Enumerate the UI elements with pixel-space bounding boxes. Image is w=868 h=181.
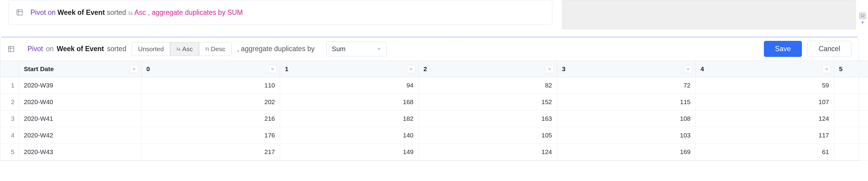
row-label-cell[interactable]: 2020-W41 (19, 110, 142, 127)
row-number: 3 (0, 110, 19, 127)
svg-rect-12 (205, 48, 207, 48)
editor-pivot: Pivot (28, 45, 43, 53)
data-table: Start Date01234512020-W39110948272592202… (0, 60, 859, 160)
column-header-label: 5 (839, 66, 843, 73)
summary-agg-phrase: , aggregate duplicates by (148, 8, 225, 16)
data-cell[interactable]: 105 (418, 127, 557, 144)
summary-agg-value: SUM (227, 8, 243, 16)
svg-rect-5 (129, 14, 131, 15)
data-cell[interactable]: 217 (142, 144, 280, 160)
column-header-label: 3 (562, 66, 566, 73)
svg-rect-10 (177, 49, 178, 49)
corner-cell (0, 60, 19, 77)
sort-unsorted-button[interactable]: Unsorted (132, 42, 170, 56)
row-number: 1 (0, 77, 19, 94)
data-cell[interactable]: 182 (280, 110, 418, 127)
sort-asc-button[interactable]: Asc (170, 42, 199, 56)
column-header[interactable]: 2 (418, 60, 557, 77)
data-cell[interactable]: 169 (557, 144, 696, 160)
column-header[interactable]: 1 (280, 60, 418, 77)
column-header-label: 0 (146, 66, 150, 73)
column-menu-button[interactable] (268, 65, 277, 73)
svg-rect-11 (177, 50, 179, 50)
column-header-label: Start Date (24, 66, 54, 73)
data-cell[interactable]: 110 (142, 77, 280, 94)
row-label-cell[interactable]: 2020-W39 (19, 77, 142, 94)
aggregate-selected: Sum (332, 45, 346, 53)
data-cell[interactable]: 82 (418, 77, 557, 94)
preview-panel (562, 0, 856, 29)
data-cell[interactable] (834, 144, 868, 160)
column-header-label: 4 (701, 66, 704, 73)
data-cell[interactable]: 152 (418, 94, 557, 110)
data-cell[interactable]: 59 (696, 77, 834, 94)
svg-rect-13 (205, 49, 207, 49)
row-label-cell[interactable]: 2020-W40 (19, 94, 142, 110)
column-menu-button[interactable] (546, 65, 554, 73)
sort-asc-icon (176, 47, 181, 51)
editor-field[interactable]: Week of Event (57, 45, 104, 53)
column-header-label: 1 (285, 66, 288, 73)
editor-on: on (46, 45, 54, 53)
side-caret-icon[interactable]: ▼ (859, 21, 866, 24)
svg-rect-14 (205, 50, 207, 50)
column-header[interactable]: 0 (142, 60, 280, 77)
config-panel: Pivot on Week of Event sorted Unsorted A… (0, 37, 859, 161)
svg-rect-3 (129, 11, 130, 12)
summary-sorted: sorted (107, 8, 126, 16)
data-cell[interactable]: 61 (696, 144, 834, 160)
row-number: 4 (0, 127, 19, 144)
editor-agg-phrase: , aggregate duplicates by (237, 45, 315, 53)
editor-sorted: sorted (107, 45, 126, 53)
data-cell[interactable]: 140 (280, 127, 418, 144)
data-cell[interactable]: 108 (557, 110, 696, 127)
row-number: 5 (0, 144, 19, 160)
column-header[interactable]: Start Date (19, 60, 142, 77)
pivot-summary-text: Pivot on Week of Event sorted Asc , aggr… (30, 8, 243, 17)
column-menu-button[interactable] (684, 65, 692, 73)
column-menu-button[interactable] (130, 65, 138, 73)
svg-rect-6 (8, 46, 14, 52)
sort-desc-button[interactable]: Desc (199, 42, 231, 56)
row-label-cell[interactable]: 2020-W43 (19, 144, 142, 160)
data-cell[interactable]: 107 (696, 94, 834, 110)
data-cell[interactable]: 72 (557, 77, 696, 94)
column-header[interactable]: 5 (834, 60, 868, 77)
data-cell[interactable] (834, 94, 868, 110)
data-cell[interactable] (834, 110, 868, 127)
data-cell[interactable]: 202 (142, 94, 280, 110)
svg-rect-0 (17, 10, 22, 15)
data-cell[interactable]: 94 (280, 77, 418, 94)
svg-rect-4 (129, 13, 130, 13)
data-cell[interactable] (834, 77, 868, 94)
sort-asc-icon (128, 10, 133, 16)
column-menu-button[interactable] (823, 65, 831, 73)
aggregate-select[interactable]: Sum (326, 42, 386, 56)
pivot-summary-card[interactable]: Pivot on Week of Event sorted Asc , aggr… (8, 0, 552, 25)
data-cell[interactable]: 117 (696, 127, 834, 144)
data-cell[interactable]: 163 (418, 110, 557, 127)
row-label-cell[interactable]: 2020-W42 (19, 127, 142, 144)
cancel-button[interactable]: Cancel (807, 41, 851, 57)
data-cell[interactable]: 216 (142, 110, 280, 127)
side-count-badge[interactable]: 12 (859, 12, 866, 19)
data-cell[interactable]: 176 (142, 127, 280, 144)
svg-rect-9 (177, 48, 178, 48)
summary-direction: Asc (134, 8, 146, 16)
column-header[interactable]: 4 (696, 60, 834, 77)
data-cell[interactable]: 103 (557, 127, 696, 144)
data-cell[interactable]: 149 (280, 144, 418, 160)
data-cell[interactable] (834, 127, 868, 144)
sort-direction-group: Unsorted Asc (132, 42, 231, 56)
column-menu-button[interactable] (407, 65, 415, 73)
sort-desc-label: Desc (211, 45, 225, 53)
column-header[interactable]: 3 (557, 60, 696, 77)
data-cell[interactable]: 124 (418, 144, 557, 160)
data-cell[interactable]: 124 (696, 110, 834, 127)
chevron-down-icon (377, 47, 381, 51)
save-button[interactable]: Save (764, 41, 802, 57)
data-cell[interactable]: 115 (557, 94, 696, 110)
sort-desc-icon (205, 47, 209, 51)
summary-prefix: Pivot on (30, 8, 56, 16)
data-cell[interactable]: 168 (280, 94, 418, 110)
